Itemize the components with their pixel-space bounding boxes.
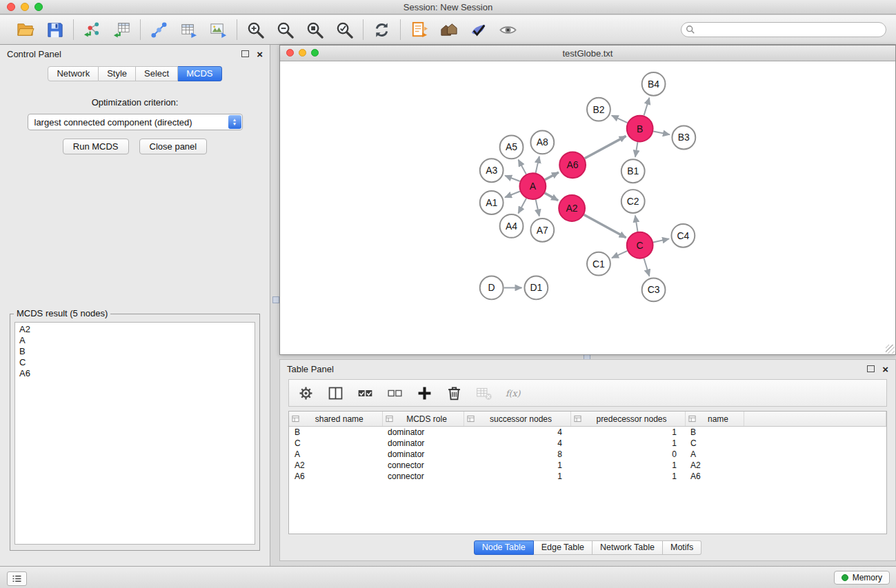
float-table-panel-icon[interactable] <box>867 365 875 372</box>
vertical-splitter-handle[interactable] <box>272 296 279 303</box>
graph-edge-A2-C[interactable] <box>584 215 626 238</box>
column-settings-icon[interactable] <box>296 383 315 403</box>
network-minimize-button[interactable] <box>299 49 306 57</box>
tab-network[interactable]: Network <box>48 66 99 81</box>
graph-edge-A-A7[interactable] <box>536 200 539 216</box>
column-edit-icon[interactable] <box>574 415 581 423</box>
result-item[interactable]: C <box>15 357 255 368</box>
save-session-icon[interactable] <box>44 19 66 41</box>
graph-edge-A-A3[interactable] <box>505 176 520 181</box>
column-edit-icon[interactable] <box>688 415 696 423</box>
column-header-shared-name[interactable]: shared name <box>289 412 382 427</box>
toolbar-group <box>237 19 363 41</box>
combo-stepper-icon[interactable]: ▲ ▼ <box>228 115 241 129</box>
delete-row-icon[interactable] <box>444 383 464 403</box>
import-table-icon[interactable] <box>111 19 132 41</box>
graph-edge-A-A6[interactable] <box>545 172 559 180</box>
export-image-icon[interactable] <box>208 19 229 41</box>
manage-networks-icon[interactable] <box>408 19 430 41</box>
table-row[interactable]: Adominator80A <box>289 449 886 460</box>
table-panel-title: Table Panel <box>287 364 334 374</box>
network-close-button[interactable] <box>286 49 294 57</box>
function-builder-icon[interactable]: f(x) <box>504 383 523 403</box>
open-file-icon[interactable] <box>14 19 36 41</box>
resize-grip[interactable] <box>886 345 895 354</box>
float-panel-icon[interactable] <box>241 50 249 57</box>
result-item[interactable]: A2 <box>15 324 255 335</box>
validate-network-icon[interactable] <box>468 19 489 41</box>
graph-node-label-B1: B1 <box>627 165 639 176</box>
zoom-out-icon[interactable] <box>275 19 296 41</box>
table-cell-filler <box>744 471 886 482</box>
memory-status-icon <box>842 574 848 581</box>
graph-edge-C-C2[interactable] <box>635 216 638 232</box>
column-edit-icon[interactable] <box>386 415 393 423</box>
graph-svg[interactable]: B4B2BB3A8A5A6A3B1AC2A1A2A4A7C4CC1DD1C3 <box>280 61 895 354</box>
graph-edge-A6-B[interactable] <box>585 136 626 158</box>
export-table-icon[interactable] <box>178 19 199 41</box>
graph-edge-A-A2[interactable] <box>545 193 558 201</box>
search-input[interactable] <box>681 22 886 37</box>
network-zoom-button[interactable] <box>311 49 319 57</box>
graph-edge-B-B2[interactable] <box>612 116 628 123</box>
zoom-in-icon[interactable] <box>245 19 266 41</box>
graph-edge-C-C1[interactable] <box>612 251 627 258</box>
toggle-visibility-icon[interactable] <box>497 19 519 41</box>
column-header-predecessor-nodes[interactable]: predecessor nodes <box>570 412 685 427</box>
export-network-icon[interactable] <box>148 19 170 41</box>
deselect-all-icon[interactable] <box>385 383 404 403</box>
import-network-icon[interactable] <box>81 19 103 41</box>
graph-edge-B-B1[interactable] <box>635 142 637 156</box>
tab-style[interactable]: Style <box>99 66 136 81</box>
tab-node-table[interactable]: Node Table <box>474 540 534 555</box>
minimize-window-button[interactable] <box>21 3 29 11</box>
run-mcds-button[interactable]: Run MCDS <box>63 139 129 154</box>
search-box <box>681 22 886 37</box>
zoom-selected-icon[interactable] <box>334 19 355 41</box>
column-header-successor-nodes[interactable]: successor nodes <box>464 412 570 427</box>
graph-edge-A-A4[interactable] <box>518 199 526 214</box>
column-edit-icon[interactable] <box>467 415 475 423</box>
graph-edge-B-B4[interactable] <box>644 98 650 116</box>
column-edit-icon[interactable] <box>292 415 299 423</box>
table-row[interactable]: Bdominator41B <box>289 427 886 438</box>
criterion-select[interactable]: largest connected component (directed) ▲… <box>28 114 243 130</box>
graph-edge-A-A1[interactable] <box>505 192 520 198</box>
graph-edge-A-A5[interactable] <box>518 160 526 174</box>
result-item[interactable]: B <box>15 346 255 357</box>
delete-table-icon[interactable] <box>474 383 493 403</box>
close-panel-icon[interactable]: × <box>257 49 263 59</box>
mcds-result-list[interactable]: A2ABCA6 <box>14 322 255 545</box>
graph-edge-C-C4[interactable] <box>653 239 669 242</box>
network-canvas[interactable]: B4B2BB3A8A5A6A3B1AC2A1A2A4A7C4CC1DD1C3 <box>280 61 895 354</box>
table-row[interactable]: A6connector11A6 <box>289 471 886 482</box>
table-row[interactable]: A2connector11A2 <box>289 460 886 471</box>
close-window-button[interactable] <box>7 3 15 11</box>
tab-motifs[interactable]: Motifs <box>663 540 701 555</box>
column-label: MCDS role <box>393 414 461 424</box>
column-header-name[interactable]: name <box>685 412 744 427</box>
tab-mcds[interactable]: MCDS <box>178 66 221 81</box>
network-overview-icon[interactable] <box>438 19 459 41</box>
memory-button[interactable]: Memory <box>834 571 890 585</box>
table-row[interactable]: Cdominator41C <box>289 438 886 449</box>
graph-edge-B-B3[interactable] <box>653 132 670 135</box>
graph-edge-C-C3[interactable] <box>644 258 650 276</box>
result-item[interactable]: A6 <box>15 368 255 379</box>
task-history-button[interactable] <box>7 571 27 586</box>
select-all-icon[interactable] <box>355 383 375 403</box>
zoom-fit-icon[interactable] <box>304 19 326 41</box>
zoom-window-button[interactable] <box>34 3 43 11</box>
result-item[interactable]: A <box>15 335 255 346</box>
column-layout-icon[interactable] <box>326 383 345 403</box>
table-cell: A2 <box>289 460 382 471</box>
tab-network-table[interactable]: Network Table <box>593 540 663 555</box>
refresh-layout-icon[interactable] <box>371 19 392 41</box>
close-table-panel-icon[interactable]: × <box>882 364 888 374</box>
column-header-mcds-role[interactable]: MCDS role <box>382 412 464 427</box>
add-row-icon[interactable] <box>415 383 434 403</box>
tab-edge-table[interactable]: Edge Table <box>534 540 593 555</box>
tab-select[interactable]: Select <box>136 66 178 81</box>
close-panel-button[interactable]: Close panel <box>139 139 208 154</box>
graph-edge-A-A8[interactable] <box>536 156 539 173</box>
